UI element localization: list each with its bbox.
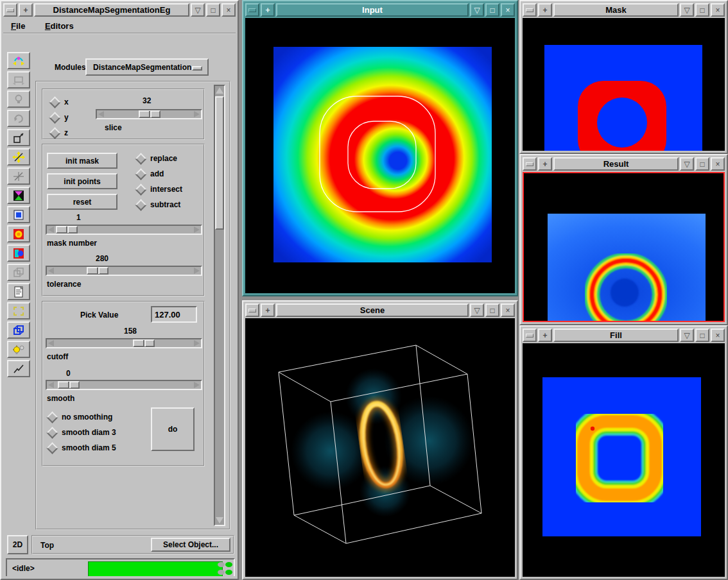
init-mask-button[interactable]: init mask — [47, 153, 117, 169]
pick-sphere-icon[interactable] — [7, 225, 30, 243]
fill-viewport[interactable] — [523, 343, 725, 577]
titlebar-maximize-button[interactable]: □ — [485, 3, 499, 17]
mask-viewport[interactable] — [523, 18, 725, 151]
lights-icon[interactable] — [7, 341, 30, 358]
titlebar-dash-button[interactable] — [245, 303, 259, 317]
titlebar-plus-button[interactable]: + — [261, 3, 275, 17]
scene-viewport[interactable] — [245, 318, 515, 577]
init-points-button[interactable]: init points — [47, 173, 117, 189]
slider-thumb[interactable] — [56, 226, 78, 234]
slider-thumb[interactable] — [133, 339, 155, 347]
tolerance-slider[interactable] — [46, 266, 202, 276]
titlebar-plus-button[interactable]: + — [261, 303, 275, 317]
slope-icon[interactable] — [7, 360, 30, 377]
dash-icon — [248, 309, 256, 312]
titlebar-maximize-button[interactable]: □ — [695, 157, 709, 171]
slider-thumb[interactable] — [87, 267, 108, 275]
view-all-icon[interactable] — [7, 52, 30, 69]
titlebar-shade-button[interactable]: ▽ — [680, 3, 694, 17]
colormap-icon[interactable] — [7, 244, 30, 262]
slider-thumb[interactable] — [58, 381, 80, 389]
smooth-slider[interactable] — [46, 380, 202, 390]
notes-icon[interactable] — [7, 283, 30, 300]
menu-editors[interactable]: Editors — [45, 21, 74, 31]
input-viewport[interactable] — [245, 18, 515, 293]
mask-number-slider[interactable] — [46, 225, 202, 235]
maximize-icon: □ — [700, 6, 704, 14]
radio-axis-z[interactable]: z — [51, 128, 68, 137]
slice-slider[interactable] — [96, 109, 202, 119]
slider-left-arrow-icon[interactable] — [48, 268, 54, 274]
radio-replace[interactable]: replace — [137, 154, 177, 163]
gray-cube-icon[interactable] — [7, 264, 30, 281]
scrollbar-down-arrow-icon[interactable] — [216, 516, 223, 524]
radio-smooth-diam-5[interactable]: smooth diam 5 — [48, 443, 116, 452]
titlebar-shade-button[interactable]: ▽ — [680, 157, 694, 171]
slider-right-arrow-icon[interactable] — [194, 268, 200, 274]
titlebar-maximize-button[interactable]: □ — [695, 3, 709, 17]
select-object-button[interactable]: Select Object... — [151, 538, 230, 552]
slider-right-arrow-icon[interactable] — [194, 382, 200, 388]
pan-icon[interactable] — [7, 148, 30, 166]
slider-left-arrow-icon[interactable] — [98, 111, 104, 117]
slider-left-arrow-icon[interactable] — [48, 226, 54, 233]
hourglass-icon[interactable] — [7, 187, 30, 204]
titlebar-close-button[interactable]: × — [711, 3, 725, 17]
panel-scrollbar[interactable] — [214, 85, 225, 526]
titlebar-maximize-button[interactable]: □ — [485, 303, 499, 317]
radio-subtract[interactable]: subtract — [137, 200, 180, 209]
titlebar-shade-button[interactable]: ▽ — [680, 328, 694, 342]
scrollbar-up-arrow-icon[interactable] — [216, 87, 223, 94]
titlebar-close-button[interactable]: × — [501, 303, 515, 317]
zoom-box-icon[interactable] — [7, 129, 30, 146]
slider-left-arrow-icon[interactable] — [48, 382, 54, 388]
titlebar-plus-button[interactable]: + — [19, 3, 33, 17]
titlebar-close-button[interactable]: × — [501, 3, 515, 17]
highlight-icon[interactable] — [7, 90, 30, 108]
radio-add[interactable]: add — [137, 169, 164, 178]
titlebar-dash-button[interactable] — [523, 157, 537, 171]
titlebar-plus-button[interactable]: + — [538, 157, 552, 171]
slider-left-arrow-icon[interactable] — [48, 340, 54, 346]
radio-axis-x[interactable]: x — [51, 98, 69, 107]
titlebar-dash-button[interactable] — [3, 3, 17, 17]
titlebar-plus-button[interactable]: + — [538, 3, 552, 17]
titlebar-dash-button[interactable] — [245, 3, 259, 17]
menu-file[interactable]: File — [11, 21, 25, 31]
do-button[interactable]: do — [151, 407, 195, 451]
titlebar-close-button[interactable]: × — [711, 328, 725, 342]
radio-axis-y[interactable]: y — [51, 113, 69, 122]
radio-intersect[interactable]: intersect — [137, 185, 182, 194]
fit-view-icon[interactable] — [7, 302, 30, 320]
titlebar-close-button[interactable]: × — [711, 157, 725, 171]
titlebar-shade-button[interactable]: ▽ — [191, 3, 205, 17]
move-icon[interactable] — [7, 167, 30, 185]
modules-option-menu[interactable]: DistanceMapSegmentation — [85, 58, 209, 76]
pick-value-field[interactable] — [151, 306, 197, 323]
titlebar-close-button[interactable]: × — [221, 3, 236, 17]
scrollbar-thumb[interactable] — [215, 96, 224, 230]
slider-right-arrow-icon[interactable] — [194, 340, 200, 346]
slider-right-arrow-icon[interactable] — [194, 111, 200, 117]
frame-view-icon[interactable] — [7, 71, 30, 89]
radio-no-smoothing[interactable]: no smoothing — [48, 413, 112, 422]
titlebar-dash-button[interactable] — [523, 328, 537, 342]
titlebar-plus-button[interactable]: + — [538, 328, 552, 342]
titlebar-maximize-button[interactable]: □ — [695, 328, 709, 342]
titlebar-maximize-button[interactable]: □ — [206, 3, 220, 17]
blue-square-icon[interactable] — [7, 206, 30, 223]
radio-smooth-diam-3[interactable]: smooth diam 3 — [48, 428, 116, 437]
main-client: File Editors — [3, 18, 236, 576]
cutoff-slider[interactable] — [46, 338, 202, 348]
blue-cube-icon[interactable] — [7, 321, 30, 339]
mode-2d-button[interactable]: 2D — [7, 535, 28, 554]
titlebar-shade-button[interactable]: ▽ — [470, 3, 484, 17]
maximize-icon: □ — [490, 6, 494, 14]
result-viewport[interactable] — [523, 172, 725, 322]
rotate-icon[interactable] — [7, 110, 30, 127]
slider-thumb[interactable] — [139, 110, 160, 118]
titlebar-dash-button[interactable] — [523, 3, 537, 17]
reset-button[interactable]: reset — [47, 194, 117, 210]
titlebar-shade-button[interactable]: ▽ — [470, 303, 484, 317]
slider-right-arrow-icon[interactable] — [194, 226, 200, 233]
